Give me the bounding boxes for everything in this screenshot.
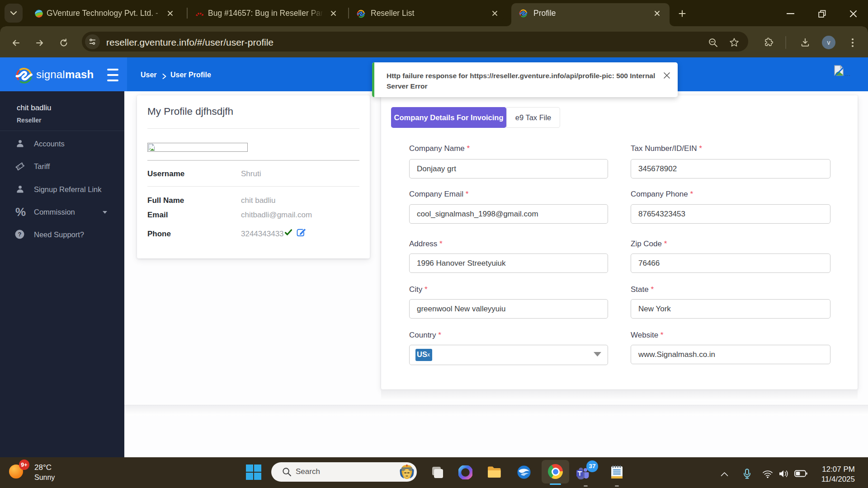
svg-text:?: ? — [18, 231, 22, 238]
